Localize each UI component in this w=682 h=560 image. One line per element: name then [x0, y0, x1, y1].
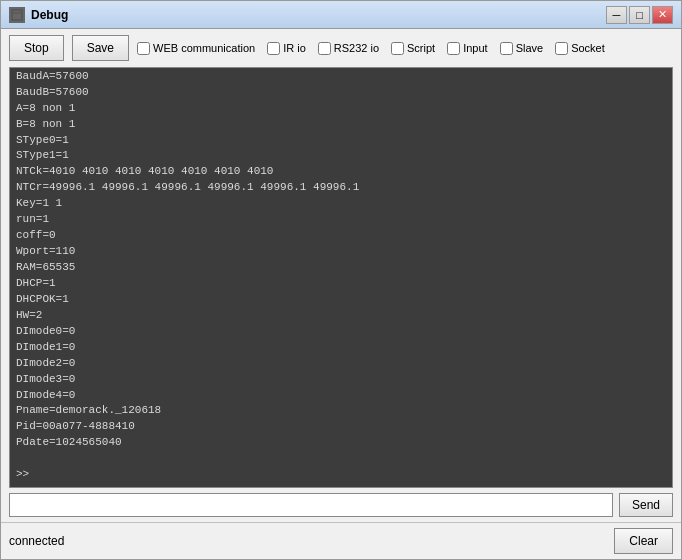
cb-ir-label: IR io: [283, 42, 306, 54]
debug-window: Debug ─ □ ✕ Stop Save WEB communicationI…: [0, 0, 682, 560]
title-bar: Debug ─ □ ✕: [1, 1, 681, 29]
checkbox-item-cb-slave: Slave: [500, 42, 544, 55]
debug-line: A=8 non 1: [16, 101, 666, 117]
debug-line: [16, 451, 666, 467]
cb-socket[interactable]: [555, 42, 568, 55]
save-button[interactable]: Save: [72, 35, 129, 61]
debug-line: coff=0: [16, 228, 666, 244]
cb-socket-label: Socket: [571, 42, 605, 54]
debug-line: DImode2=0: [16, 356, 666, 372]
cb-script-label: Script: [407, 42, 435, 54]
close-button[interactable]: ✕: [652, 6, 673, 24]
debug-line: Pdate=1024565040: [16, 435, 666, 451]
debug-line: DImode4=0: [16, 388, 666, 404]
toolbar: Stop Save WEB communicationIR ioRS232 io…: [1, 29, 681, 67]
cb-input[interactable]: [447, 42, 460, 55]
window-title: Debug: [31, 8, 606, 22]
filter-checkboxes: WEB communicationIR ioRS232 ioScriptInpu…: [137, 42, 605, 55]
debug-line: Wport=110: [16, 244, 666, 260]
debug-area: NM=(255.255.255.0) 255.255.255.0GW=(10.0…: [9, 67, 673, 488]
minimize-button[interactable]: ─: [606, 6, 627, 24]
maximize-button[interactable]: □: [629, 6, 650, 24]
debug-line: RAM=65535: [16, 260, 666, 276]
debug-output[interactable]: NM=(255.255.255.0) 255.255.255.0GW=(10.0…: [10, 68, 672, 487]
window-icon: [9, 7, 25, 23]
svg-rect-0: [12, 10, 22, 20]
checkbox-item-cb-web: WEB communication: [137, 42, 255, 55]
debug-line: DImode1=0: [16, 340, 666, 356]
cb-input-label: Input: [463, 42, 487, 54]
debug-line: DHCP=1: [16, 276, 666, 292]
cb-slave-label: Slave: [516, 42, 544, 54]
status-row: connected Clear: [1, 522, 681, 559]
cb-web-label: WEB communication: [153, 42, 255, 54]
checkbox-item-cb-script: Script: [391, 42, 435, 55]
stop-button[interactable]: Stop: [9, 35, 64, 61]
debug-line: BaudB=57600: [16, 85, 666, 101]
debug-line: SType1=1: [16, 148, 666, 164]
debug-line: BaudA=57600: [16, 69, 666, 85]
send-input[interactable]: [9, 493, 613, 517]
checkbox-item-cb-ir: IR io: [267, 42, 306, 55]
checkbox-item-cb-input: Input: [447, 42, 487, 55]
send-row: Send: [1, 488, 681, 522]
cb-rs232-label: RS232 io: [334, 42, 379, 54]
debug-line: Key=1 1: [16, 196, 666, 212]
debug-line: Pname=demorack._120618: [16, 403, 666, 419]
checkbox-item-cb-socket: Socket: [555, 42, 605, 55]
debug-line: run=1: [16, 212, 666, 228]
debug-line: >>: [16, 467, 666, 483]
debug-line: B=8 non 1: [16, 117, 666, 133]
cb-web[interactable]: [137, 42, 150, 55]
debug-line: SType0=1: [16, 133, 666, 149]
debug-line: HW=2: [16, 308, 666, 324]
cb-ir[interactable]: [267, 42, 280, 55]
title-bar-buttons: ─ □ ✕: [606, 6, 673, 24]
status-text: connected: [9, 534, 614, 548]
debug-line: DHCPOK=1: [16, 292, 666, 308]
checkbox-item-cb-rs232: RS232 io: [318, 42, 379, 55]
cb-slave[interactable]: [500, 42, 513, 55]
clear-button[interactable]: Clear: [614, 528, 673, 554]
cb-script[interactable]: [391, 42, 404, 55]
debug-line: NTCk=4010 4010 4010 4010 4010 4010 4010: [16, 164, 666, 180]
cb-rs232[interactable]: [318, 42, 331, 55]
debug-line: DImode0=0: [16, 324, 666, 340]
send-button[interactable]: Send: [619, 493, 673, 517]
debug-line: NTCr=49996.1 49996.1 49996.1 49996.1 499…: [16, 180, 666, 196]
debug-line: Pid=00a077-4888410: [16, 419, 666, 435]
debug-line: DImode3=0: [16, 372, 666, 388]
